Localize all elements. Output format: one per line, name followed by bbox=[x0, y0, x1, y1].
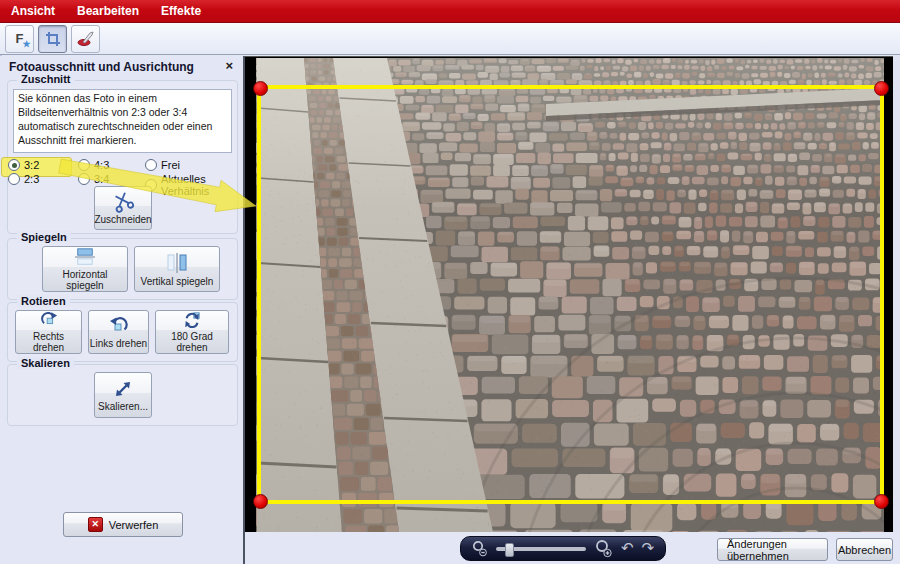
rechts-drehen-label: Rechts drehen bbox=[16, 331, 81, 353]
radio-circle bbox=[78, 159, 90, 171]
redo-icon[interactable]: ↷ bbox=[642, 541, 655, 556]
group-rotieren-label: Rotieren bbox=[17, 295, 70, 307]
radio-circle bbox=[78, 173, 90, 185]
rechts-drehen-button[interactable]: Rechts drehen bbox=[15, 310, 82, 354]
crop-tool-button[interactable] bbox=[38, 25, 67, 53]
mirror-horizontal-icon bbox=[72, 247, 98, 267]
radio-label: Aktuelles Verhältnis bbox=[161, 173, 243, 197]
photo-area bbox=[245, 56, 893, 533]
zuschneiden-label: Zuschneiden bbox=[94, 214, 151, 225]
drehen-180-button[interactable]: 180 Grad drehen bbox=[155, 310, 229, 354]
menu-bar: Ansicht Bearbeiten Effekte bbox=[0, 0, 900, 23]
apply-changes-button[interactable]: Änderungen übernehmen bbox=[717, 538, 828, 561]
crop-handle-bottom-right[interactable] bbox=[874, 494, 889, 509]
group-skalieren-label: Skalieren bbox=[17, 357, 74, 369]
horizontal-spiegeln-label: Horizontal spiegeln bbox=[43, 269, 127, 291]
ratio-row-2: 2:3 3:4 Aktuelles Verhältnis bbox=[0, 173, 243, 187]
group-spiegeln-label: Spiegeln bbox=[17, 231, 71, 243]
zoom-out-icon[interactable] bbox=[471, 540, 488, 557]
group-zuschnitt-label: Zuschnitt bbox=[17, 73, 75, 85]
toolbar: F★ bbox=[0, 23, 900, 55]
scissors-icon bbox=[109, 188, 137, 214]
links-drehen-button[interactable]: Links drehen bbox=[88, 310, 149, 354]
vertikal-spiegeln-button[interactable]: Vertikal spiegeln bbox=[134, 246, 220, 292]
photo-editor-window: Ansicht Bearbeiten Effekte F★ Fotoaussch… bbox=[0, 0, 900, 564]
cancel-button[interactable]: Abbrechen bbox=[836, 538, 893, 561]
panel-title: Fotoausschnitt und Ausrichtung bbox=[9, 60, 194, 74]
radio-ratio-2-3[interactable]: 2:3 bbox=[8, 173, 39, 185]
zuschneiden-button[interactable]: Zuschneiden bbox=[94, 186, 152, 230]
radio-ratio-aktuell[interactable]: Aktuelles Verhältnis bbox=[145, 173, 243, 197]
radio-label: 2:3 bbox=[24, 173, 39, 185]
radio-circle bbox=[145, 159, 157, 171]
radio-ratio-4-3[interactable]: 4:3 bbox=[78, 159, 109, 171]
zoom-in-icon[interactable] bbox=[594, 539, 613, 558]
radio-circle bbox=[8, 173, 20, 185]
crop-icon bbox=[45, 31, 61, 47]
radio-label: 3:4 bbox=[94, 173, 109, 185]
drehen-180-label: 180 Grad drehen bbox=[156, 331, 228, 353]
radio-label: 4:3 bbox=[94, 159, 109, 171]
crop-handle-bottom-left[interactable] bbox=[253, 494, 268, 509]
links-drehen-label: Links drehen bbox=[90, 338, 147, 349]
stamp-brush-icon bbox=[77, 31, 95, 47]
ratio-row-1: 3:2 4:3 Frei bbox=[0, 159, 243, 173]
skalieren-label: Skalieren... bbox=[98, 401, 148, 412]
verwerfen-label: Verwerfen bbox=[109, 519, 159, 531]
rotate-left-icon bbox=[109, 316, 129, 336]
radio-ratio-3-4[interactable]: 3:4 bbox=[78, 173, 109, 185]
crop-description: Sie können das Foto in einem Bildseitenv… bbox=[13, 89, 232, 153]
menu-ansicht[interactable]: Ansicht bbox=[0, 1, 66, 21]
radio-label: 3:2 bbox=[24, 159, 39, 171]
tool-panel: Fotoausschnitt und Ausrichtung × Zuschni… bbox=[0, 56, 243, 564]
undo-icon[interactable]: ↶ bbox=[621, 541, 634, 556]
radio-ratio-frei[interactable]: Frei bbox=[145, 159, 180, 171]
menu-effekte[interactable]: Effekte bbox=[150, 1, 212, 21]
panel-close-button[interactable]: × bbox=[225, 58, 233, 73]
right-margin bbox=[893, 56, 900, 564]
radio-label: Frei bbox=[161, 159, 180, 171]
rotate-180-icon bbox=[182, 311, 202, 329]
mirror-vertical-icon bbox=[164, 252, 190, 274]
discard-x-icon: ✕ bbox=[88, 517, 103, 532]
zoom-slider[interactable] bbox=[496, 547, 586, 551]
radio-circle bbox=[8, 159, 20, 171]
verwerfen-button[interactable]: ✕ Verwerfen bbox=[63, 512, 183, 537]
crop-handle-top-left[interactable] bbox=[253, 81, 268, 96]
effects-icon: F★ bbox=[16, 32, 24, 45]
horizontal-spiegeln-button[interactable]: Horizontal spiegeln bbox=[42, 246, 128, 292]
vertikal-spiegeln-label: Vertikal spiegeln bbox=[141, 276, 214, 287]
rotate-right-icon bbox=[39, 311, 59, 329]
effects-tool-button[interactable]: F★ bbox=[5, 25, 34, 53]
retouch-tool-button[interactable] bbox=[71, 25, 100, 53]
footer-bar: ↶ ↷ Änderungen übernehmen Abbrechen bbox=[245, 532, 900, 564]
skalieren-button[interactable]: Skalieren... bbox=[94, 372, 152, 418]
crop-frame[interactable] bbox=[257, 85, 884, 504]
crop-handle-top-right[interactable] bbox=[874, 81, 889, 96]
scale-icon bbox=[113, 379, 133, 399]
zoom-slider-handle[interactable] bbox=[505, 543, 514, 557]
menu-bearbeiten[interactable]: Bearbeiten bbox=[66, 1, 150, 21]
radio-ratio-3-2[interactable]: 3:2 bbox=[8, 159, 39, 171]
zoom-toolbar: ↶ ↷ bbox=[460, 536, 666, 561]
